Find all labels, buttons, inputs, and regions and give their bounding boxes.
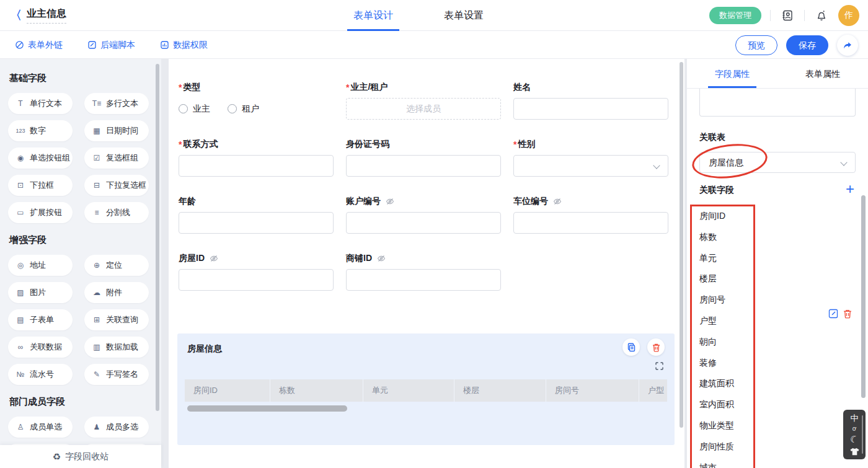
field-name[interactable]: 姓名 [513, 81, 668, 120]
field-age[interactable]: 年龄 [179, 195, 334, 234]
sidebar-scrollbar[interactable] [156, 64, 159, 411]
data-permission-button[interactable]: 数据权限 [160, 40, 208, 51]
related-field-item[interactable]: 房间性质 [699, 436, 811, 457]
field-parking-number[interactable]: 车位编号 [513, 195, 668, 234]
canvas-scrollbar[interactable] [680, 62, 683, 428]
field-item-dropdown[interactable]: ⊡下拉框 [8, 175, 73, 196]
panel-scrollbar[interactable] [861, 195, 866, 398]
share-button[interactable] [837, 35, 858, 56]
notification-bell-icon[interactable] [813, 7, 830, 24]
field-contact[interactable]: *联系方式 [179, 138, 334, 177]
field-owner-tenant[interactable]: *业主/租户 选择成员 [346, 81, 501, 120]
field-item-subform[interactable]: ▤子表单 [8, 309, 73, 330]
field-id-number[interactable]: 身份证号码 [346, 138, 501, 177]
tab-form-properties[interactable]: 表单属性 [777, 59, 868, 88]
add-related-field-button[interactable]: + [846, 182, 854, 196]
contact-book-icon[interactable] [779, 7, 795, 24]
ime-mark-icon: ơ [852, 426, 857, 431]
related-field-item[interactable]: 栋数 [699, 227, 811, 248]
divider [770, 10, 771, 21]
field-house-id[interactable]: 房屋ID [179, 252, 334, 291]
field-item-multi-dropdown[interactable]: ⊟下拉复选框 [84, 175, 149, 196]
id-number-input[interactable] [346, 155, 501, 177]
backend-script-button[interactable]: 后端脚本 [87, 40, 135, 51]
field-item-checkbox-group[interactable]: ☑复选框组 [84, 148, 149, 169]
contact-input[interactable] [179, 155, 334, 177]
field-item-data-load[interactable]: ▥数据加载 [84, 337, 149, 358]
related-field-item[interactable]: 户型 [699, 311, 811, 332]
field-shop-id[interactable]: 商铺ID [346, 252, 501, 291]
calendar-icon: ▦ [91, 126, 102, 135]
field-type[interactable]: *类型 业主 租户 [179, 81, 334, 120]
field-item-signature[interactable]: ✎手写签名 [84, 364, 149, 385]
column-header: 房间号 [546, 379, 639, 402]
member-picker[interactable]: 选择成员 [346, 98, 501, 120]
field-item-multi-line-text[interactable]: T≡多行文本 [84, 93, 149, 114]
related-field-item[interactable]: 房间号 [699, 289, 811, 311]
parking-number-input[interactable] [513, 212, 668, 234]
field-recycle-bin[interactable]: ♻ 字段回收站 [0, 445, 161, 468]
delete-button[interactable] [647, 338, 665, 356]
field-item-related-query[interactable]: ⊞关联查询 [84, 309, 149, 330]
field-item-divider-line[interactable]: ≡分割线 [84, 202, 149, 223]
top-bar: 〈 业主信息 表单设计 表单设置 数据管理 [0, 0, 868, 31]
field-item-serial-number[interactable]: №流水号 [8, 364, 73, 385]
radio-owner[interactable]: 业主 [179, 104, 210, 115]
field-item-related-data[interactable]: ∞关联数据 [8, 337, 73, 358]
related-field-item[interactable]: 建筑面积 [699, 373, 811, 394]
related-field-item[interactable]: 装修 [699, 353, 811, 374]
field-item-locate[interactable]: ⊕定位 [84, 255, 149, 276]
field-item-radio-group[interactable]: ◉单选按钮组 [8, 148, 73, 169]
field-item-number[interactable]: 123数字 [8, 120, 73, 141]
page-title: 业主信息 [27, 7, 66, 24]
save-button[interactable]: 保存 [786, 35, 828, 55]
related-field-item[interactable]: 物业类型 [699, 415, 811, 436]
tab-form-settings[interactable]: 表单设置 [438, 0, 490, 31]
extend-button-icon: ▭ [15, 208, 26, 217]
field-item-extend-button[interactable]: ▭扩展按钮 [8, 202, 73, 223]
toolbar-actions: 预览 保存 [735, 35, 858, 56]
property-textarea[interactable] [699, 89, 856, 117]
field-item-image[interactable]: ▨图片 [8, 282, 73, 303]
field-item-address[interactable]: ◎地址 [8, 255, 73, 276]
field-item-attachment[interactable]: ☁附件 [84, 282, 149, 303]
field-account-number[interactable]: 账户编号 [346, 195, 501, 234]
edit-field-button[interactable] [828, 309, 838, 319]
gender-select[interactable] [513, 155, 668, 177]
script-icon [87, 40, 97, 50]
house-id-input[interactable] [179, 269, 334, 291]
back-button[interactable]: 〈 业主信息 [10, 7, 66, 24]
related-field-item[interactable]: 朝向 [699, 332, 811, 353]
related-field-item[interactable]: 单元 [699, 248, 811, 269]
data-load-icon: ▥ [91, 343, 102, 351]
shop-id-input[interactable] [346, 269, 501, 291]
field-gender[interactable]: *性别 [513, 138, 668, 177]
field-item-member-multi[interactable]: ♟成员多选 [84, 417, 149, 438]
horizontal-scrollbar[interactable] [187, 405, 347, 412]
tab-form-design[interactable]: 表单设计 [347, 0, 399, 31]
house-info-subtable[interactable]: 房屋信息 房间ID 栋数 单元 楼层 房间号 [177, 333, 675, 445]
delete-field-button[interactable] [843, 309, 852, 319]
tab-field-properties[interactable]: 字段属性 [687, 59, 777, 88]
related-table-select[interactable]: 房屋信息 [699, 152, 856, 173]
field-item-single-line-text[interactable]: T单行文本 [8, 93, 73, 114]
expand-icon[interactable] [655, 362, 663, 370]
account-number-input[interactable] [346, 212, 501, 234]
related-field-item[interactable]: 房间ID [699, 206, 811, 227]
preview-button[interactable]: 预览 [735, 35, 777, 55]
radio-icon [228, 104, 237, 113]
related-field-item[interactable]: 城市 [699, 457, 811, 468]
age-input[interactable] [179, 212, 334, 234]
field-item-member-single[interactable]: ♙成员单选 [8, 417, 73, 438]
input-method-widget[interactable]: 中 ơ ☾ [843, 410, 866, 459]
external-link-button[interactable]: 表单外链 [15, 40, 63, 51]
name-input[interactable] [513, 98, 668, 120]
tool-links: 表单外链 后端脚本 数据权限 [15, 31, 208, 59]
user-avatar[interactable]: 作 [838, 5, 859, 26]
data-manage-button[interactable]: 数据管理 [709, 7, 761, 24]
related-field-item[interactable]: 楼层 [699, 268, 811, 289]
copy-button[interactable] [622, 338, 640, 356]
related-field-item[interactable]: 室内面积 [699, 394, 811, 415]
radio-tenant[interactable]: 租户 [228, 104, 259, 115]
field-item-datetime[interactable]: ▦日期时间 [84, 120, 149, 141]
